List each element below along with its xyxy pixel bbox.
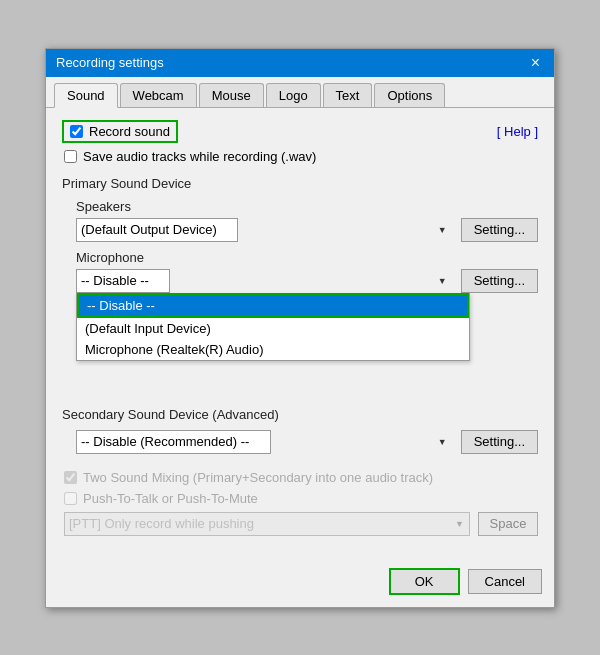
tab-sound[interactable]: Sound <box>54 83 118 108</box>
ok-button[interactable]: OK <box>389 568 460 595</box>
tab-mouse[interactable]: Mouse <box>199 83 264 107</box>
top-row: Record sound [ Help ] <box>62 120 538 143</box>
title-bar: Recording settings × <box>46 49 554 77</box>
dialog-title: Recording settings <box>56 55 164 70</box>
save-audio-checkbox[interactable] <box>64 150 77 163</box>
secondary-sound-section: Secondary Sound Device (Advanced) -- Dis… <box>62 407 538 454</box>
space-box: Space <box>478 512 538 536</box>
recording-settings-dialog: Recording settings × Sound Webcam Mouse … <box>45 48 555 608</box>
content-area: Record sound [ Help ] Save audio tracks … <box>46 108 554 562</box>
microphone-select-row: -- Disable -- Setting... <box>76 269 538 293</box>
dropdown-item-default-input[interactable]: (Default Input Device) <box>77 318 469 339</box>
push-to-talk-row: Push-To-Talk or Push-To-Mute <box>64 491 538 506</box>
secondary-select-wrapper: -- Disable (Recommended) -- <box>76 430 453 454</box>
primary-sound-subsection: Speakers (Default Output Device) Setting… <box>76 199 538 293</box>
footer: OK Cancel <box>46 562 554 607</box>
save-audio-row: Save audio tracks while recording (.wav) <box>64 149 538 164</box>
speakers-setting-button[interactable]: Setting... <box>461 218 538 242</box>
ptt-select[interactable]: [PTT] Only record while pushing <box>64 512 470 536</box>
tab-logo[interactable]: Logo <box>266 83 321 107</box>
record-sound-checkbox[interactable] <box>70 125 83 138</box>
two-sound-mixing-checkbox[interactable] <box>64 471 77 484</box>
push-to-talk-checkbox[interactable] <box>64 492 77 505</box>
primary-sound-device-title: Primary Sound Device <box>62 176 538 191</box>
microphone-select-wrapper: -- Disable -- <box>76 269 453 293</box>
microphone-setting-button[interactable]: Setting... <box>461 269 538 293</box>
speakers-select-wrapper: (Default Output Device) <box>76 218 453 242</box>
speakers-label: Speakers <box>76 199 538 214</box>
dropdown-item-realtek[interactable]: Microphone (Realtek(R) Audio) <box>77 339 469 360</box>
microphone-section: -- Disable -- Setting... -- Disable -- (… <box>76 269 538 293</box>
microphone-label: Microphone <box>76 250 538 265</box>
secondary-select[interactable]: -- Disable (Recommended) -- <box>76 430 271 454</box>
two-sound-mixing-row: Two Sound Mixing (Primary+Secondary into… <box>64 470 538 485</box>
save-audio-label: Save audio tracks while recording (.wav) <box>83 149 316 164</box>
microphone-select[interactable]: -- Disable -- <box>76 269 170 293</box>
speakers-select[interactable]: (Default Output Device) <box>76 218 238 242</box>
tab-bar: Sound Webcam Mouse Logo Text Options <box>46 77 554 108</box>
secondary-select-row: -- Disable (Recommended) -- Setting... <box>76 430 538 454</box>
push-to-talk-label: Push-To-Talk or Push-To-Mute <box>83 491 258 506</box>
ptt-row: [PTT] Only record while pushing Space <box>64 512 538 536</box>
microphone-dropdown: -- Disable -- (Default Input Device) Mic… <box>76 293 470 361</box>
secondary-sound-title: Secondary Sound Device (Advanced) <box>62 407 538 422</box>
secondary-setting-button[interactable]: Setting... <box>461 430 538 454</box>
tab-options[interactable]: Options <box>374 83 445 107</box>
tab-text[interactable]: Text <box>323 83 373 107</box>
speakers-row: (Default Output Device) Setting... <box>76 218 538 242</box>
tab-webcam[interactable]: Webcam <box>120 83 197 107</box>
record-sound-label: Record sound <box>89 124 170 139</box>
close-button[interactable]: × <box>527 55 544 71</box>
cancel-button[interactable]: Cancel <box>468 569 542 594</box>
ptt-select-wrapper: [PTT] Only record while pushing <box>64 512 470 536</box>
record-sound-wrapper: Record sound <box>62 120 178 143</box>
dropdown-item-disable[interactable]: -- Disable -- <box>77 293 469 318</box>
help-link[interactable]: [ Help ] <box>497 124 538 139</box>
two-sound-mixing-label: Two Sound Mixing (Primary+Secondary into… <box>83 470 433 485</box>
